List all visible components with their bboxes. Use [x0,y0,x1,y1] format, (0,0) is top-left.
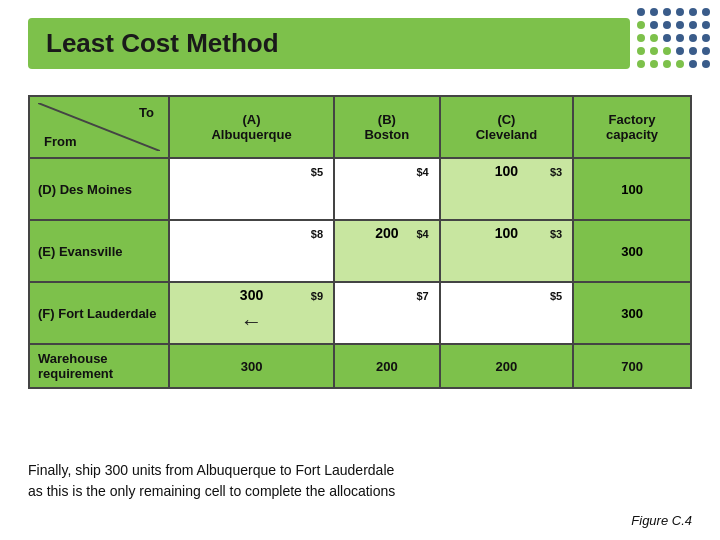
warehouse-c: 200 [440,344,574,388]
warehouse-a: 300 [169,344,334,388]
dot-decoration [637,8,712,70]
factory-f: 300 [573,282,691,344]
cell-d-b: $4 [334,158,440,220]
table-row-f: (F) Fort Lauderdale $9 300 ← $7 [29,282,691,344]
value-e-b: 200 [375,225,398,241]
warehouse-row: Warehouserequirement 300 200 200 700 [29,344,691,388]
table-row-e: (E) Evansville $8 $4 200 $3 [29,220,691,282]
cost-e-a: $8 [311,228,323,240]
warehouse-label: Warehouserequirement [29,344,169,388]
footer-text: Finally, ship 300 units from Albuquerque… [28,460,692,502]
main-table-container: To From (A)Albuquerque (B)Boston (C)Clev… [28,95,692,389]
cell-e-c: $3 100 [440,220,574,282]
page-title: Least Cost Method [46,28,612,59]
row-d-label: (D) Des Moines [29,158,169,220]
cost-e-c: $3 [550,228,562,240]
warehouse-b: 200 [334,344,440,388]
figure-label: Figure C.4 [631,513,692,528]
cost-e-b: $4 [416,228,428,240]
cell-f-b: $7 [334,282,440,344]
value-e-c: 100 [495,225,518,241]
value-d-c: 100 [495,163,518,179]
cell-d-c: $3 100 [440,158,574,220]
footer-line2: as this is the only remaining cell to co… [28,483,395,499]
header-col-c: (C)Cleveland [440,96,574,158]
cell-e-b: $4 200 [334,220,440,282]
cost-f-b: $7 [416,290,428,302]
cost-d-a: $5 [311,166,323,178]
cell-e-a: $8 [169,220,334,282]
cost-table: To From (A)Albuquerque (B)Boston (C)Clev… [28,95,692,389]
factory-e: 300 [573,220,691,282]
row-f-label: (F) Fort Lauderdale [29,282,169,344]
footer-line1: Finally, ship 300 units from Albuquerque… [28,462,394,478]
cell-f-c: $5 [440,282,574,344]
cost-f-c: $5 [550,290,562,302]
table-row-d: (D) Des Moines $5 $4 $3 10 [29,158,691,220]
from-label: From [44,134,77,149]
cost-d-c: $3 [550,166,562,178]
cell-d-a: $5 [169,158,334,220]
factory-d: 100 [573,158,691,220]
cost-f-a: $9 [311,290,323,302]
title-bar: Least Cost Method [28,18,630,69]
row-e-label: (E) Evansville [29,220,169,282]
from-to-header: To From [29,96,169,158]
header-col-a: (A)Albuquerque [169,96,334,158]
header-col-b: (B)Boston [334,96,440,158]
warehouse-total: 700 [573,344,691,388]
value-f-a-outer: 300 [240,287,263,303]
header-factory: Factorycapacity [573,96,691,158]
cost-d-b: $4 [416,166,428,178]
cell-f-a: $9 300 ← [169,282,334,344]
table-header: To From (A)Albuquerque (B)Boston (C)Clev… [29,96,691,158]
arrow-icon: ← [241,309,263,335]
